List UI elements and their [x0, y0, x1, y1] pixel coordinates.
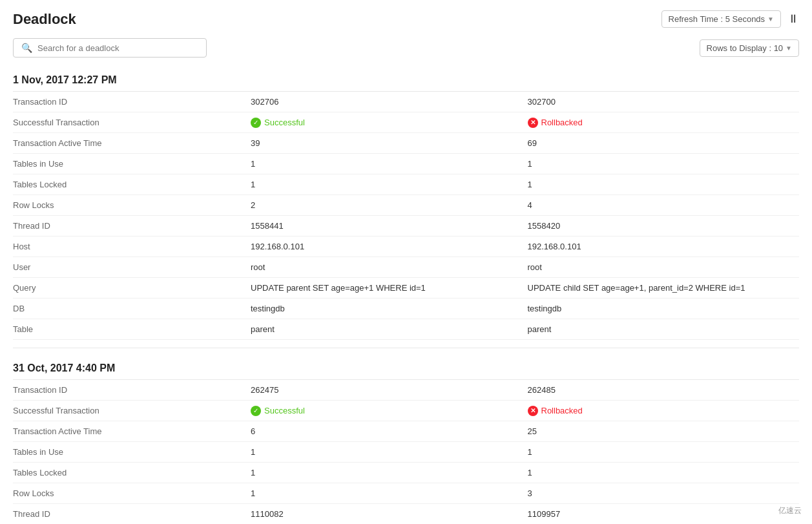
row-val2-0-4: 1 — [523, 176, 800, 193]
data-grid-0: Transaction ID302706302700Successful Tra… — [13, 91, 799, 340]
row-label-0-0: Transaction ID — [13, 93, 245, 110]
row-val1-0-0: 302706 — [245, 93, 523, 110]
row-val1-0-9: UPDATE parent SET age=age+1 WHERE id=1 — [245, 279, 523, 297]
row-val1-1-5: 1 — [245, 485, 523, 502]
table-row: Row Locks24 — [13, 195, 799, 216]
table-row: QueryUPDATE parent SET age=age+1 WHERE i… — [13, 278, 799, 299]
row-val1-1-1: ✓Successful — [245, 401, 523, 420]
watermark: 亿速云 — [775, 504, 806, 518]
rows-to-display-dropdown[interactable]: Rows to Display : 10 ▼ — [700, 39, 799, 57]
row-label-0-7: Host — [13, 238, 245, 255]
status-badge-rollback: ✕Rollbacked — [528, 118, 583, 128]
row-val2-0-9: UPDATE child SET age=age+1, parent_id=2 … — [523, 279, 800, 297]
row-val1-0-5: 2 — [245, 196, 523, 214]
search-container: 🔍 — [13, 38, 207, 58]
status-badge-rollback: ✕Rollbacked — [528, 406, 583, 416]
pause-button[interactable]: ⏸ — [787, 12, 799, 26]
row-val2-0-7: 192.168.0.101 — [523, 238, 800, 255]
row-label-1-3: Tables in Use — [13, 443, 245, 461]
row-val2-0-0: 302700 — [523, 93, 800, 110]
page-title: Deadlock — [13, 11, 76, 28]
row-label-0-5: Row Locks — [13, 196, 245, 214]
refresh-time-dropdown[interactable]: Refresh Time : 5 Seconds ▼ — [661, 10, 781, 28]
row-val2-1-0: 262485 — [523, 381, 800, 399]
rows-display-label: Rows to Display : 10 — [707, 43, 784, 53]
row-label-0-2: Transaction Active Time — [13, 134, 245, 152]
row-val1-1-0: 262475 — [245, 381, 523, 399]
header: Deadlock Refresh Time : 5 Seconds ▼ ⏸ — [13, 10, 799, 28]
row-val1-0-11: parent — [245, 320, 523, 338]
table-row: Transaction Active Time3969 — [13, 133, 799, 154]
row-label-0-4: Tables Locked — [13, 176, 245, 193]
header-controls: Refresh Time : 5 Seconds ▼ ⏸ — [661, 10, 799, 28]
row-val2-1-4: 1 — [523, 464, 800, 481]
row-label-0-11: Table — [13, 320, 245, 338]
row-label-0-8: User — [13, 258, 245, 276]
row-val2-1-3: 1 — [523, 443, 800, 461]
row-val2-0-6: 1558420 — [523, 217, 800, 235]
table-row: Successful Transaction✓Successful✕Rollba… — [13, 112, 799, 133]
row-val1-0-7: 192.168.0.101 — [245, 238, 523, 255]
table-row: Transaction ID302706302700 — [13, 92, 799, 112]
data-grid-1: Transaction ID262475262485Successful Tra… — [13, 379, 799, 524]
status-badge-success: ✓Successful — [251, 406, 305, 416]
section-divider — [13, 348, 799, 348]
row-val1-1-3: 1 — [245, 443, 523, 461]
row-val1-1-4: 1 — [245, 464, 523, 481]
row-val1-0-3: 1 — [245, 155, 523, 173]
search-input[interactable] — [37, 43, 198, 53]
table-row: Row Locks13 — [13, 483, 799, 504]
success-icon: ✓ — [251, 118, 261, 128]
row-val1-0-6: 1558441 — [245, 217, 523, 235]
rows-chevron-icon: ▼ — [786, 45, 792, 52]
success-icon: ✓ — [251, 406, 261, 416]
row-val1-0-8: root — [245, 258, 523, 276]
row-label-0-10: DB — [13, 300, 245, 317]
row-label-0-3: Tables in Use — [13, 155, 245, 173]
deadlock-section-1: 31 Oct, 2017 4:40 PMTransaction ID262475… — [13, 356, 799, 524]
section-timestamp-0: 1 Nov, 2017 12:27 PM — [13, 68, 799, 91]
row-val1-0-4: 1 — [245, 176, 523, 193]
row-label-1-0: Transaction ID — [13, 381, 245, 399]
row-val1-1-2: 6 — [245, 423, 523, 440]
row-val1-0-10: testingdb — [245, 300, 523, 317]
table-row: DBtestingdbtestingdb — [13, 299, 799, 319]
row-val2-0-11: parent — [523, 320, 800, 338]
row-val1-0-2: 39 — [245, 134, 523, 152]
row-val2-0-5: 4 — [523, 196, 800, 214]
row-val2-0-8: root — [523, 258, 800, 276]
pause-icon: ⏸ — [787, 12, 799, 26]
deadlock-section-0: 1 Nov, 2017 12:27 PMTransaction ID302706… — [13, 68, 799, 348]
row-label-0-6: Thread ID — [13, 217, 245, 235]
search-icon: 🔍 — [21, 43, 32, 53]
table-row: Host192.168.0.101192.168.0.101 — [13, 236, 799, 257]
refresh-chevron-icon: ▼ — [767, 16, 774, 23]
rollback-icon: ✕ — [528, 406, 538, 416]
table-row: Thread ID11100821109957 — [13, 504, 799, 524]
table-row: Tables in Use11 — [13, 154, 799, 174]
table-row: Tables Locked11 — [13, 463, 799, 483]
table-row: Transaction Active Time625 — [13, 421, 799, 442]
row-val2-0-3: 1 — [523, 155, 800, 173]
row-val2-0-1: ✕Rollbacked — [523, 113, 800, 132]
row-val2-0-2: 69 — [523, 134, 800, 152]
toolbar: 🔍 Rows to Display : 10 ▼ — [13, 38, 799, 58]
table-row: Userrootroot — [13, 257, 799, 278]
row-val1-0-1: ✓Successful — [245, 113, 523, 132]
deadlock-sections: 1 Nov, 2017 12:27 PMTransaction ID302706… — [13, 68, 799, 524]
row-label-1-2: Transaction Active Time — [13, 423, 245, 440]
row-val1-1-6: 1110082 — [245, 505, 523, 523]
row-val2-0-10: testingdb — [523, 300, 800, 317]
row-label-1-4: Tables Locked — [13, 464, 245, 481]
row-val2-1-1: ✕Rollbacked — [523, 401, 800, 420]
refresh-time-label: Refresh Time : 5 Seconds — [669, 14, 765, 24]
table-row: Successful Transaction✓Successful✕Rollba… — [13, 401, 799, 421]
table-row: Tables in Use11 — [13, 442, 799, 463]
row-label-1-1: Successful Transaction — [13, 402, 245, 419]
row-label-1-6: Thread ID — [13, 505, 245, 523]
rollback-icon: ✕ — [528, 118, 538, 128]
row-label-1-5: Row Locks — [13, 485, 245, 502]
row-label-0-9: Query — [13, 279, 245, 297]
row-val2-1-2: 25 — [523, 423, 800, 440]
table-row: Tables Locked11 — [13, 174, 799, 195]
